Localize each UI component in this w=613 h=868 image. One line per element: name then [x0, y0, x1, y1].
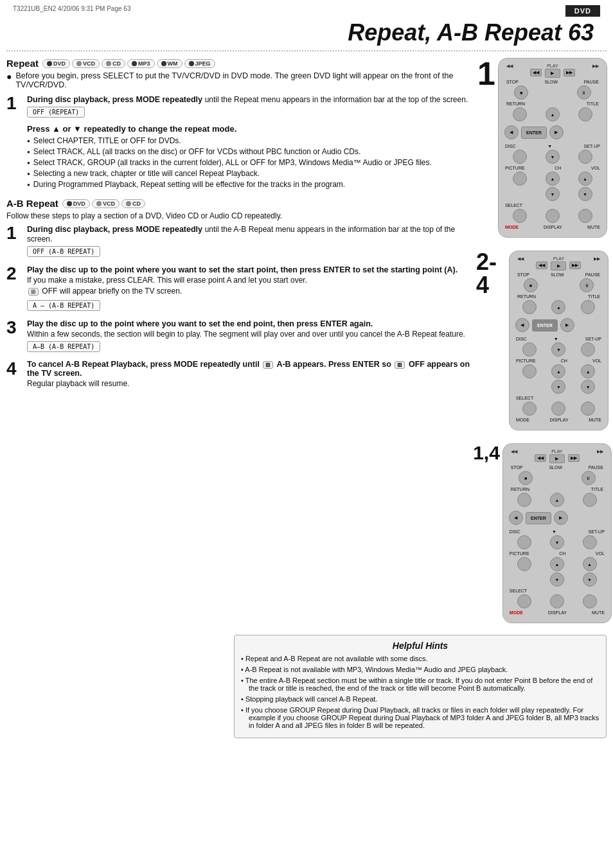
repeat-bullet-5: During Programmed Playback, Repeat setti… — [27, 180, 472, 189]
remote-group-14: 1,4 ◀◀ PLAY ▶▶ ◀◀ ▶ ▶▶ STOP SLOW PAUSE — [473, 443, 612, 623]
badge-vcd: VCD — [72, 59, 100, 68]
remote1-mode-labels: MODE DISPLAY MUTE — [504, 225, 601, 229]
ab-step3-body: Within a few seconds, the section will b… — [27, 330, 472, 339]
remote2-mute-btn — [581, 402, 595, 416]
ab-step1-display: OFF (A-B REPEAT) — [27, 246, 100, 257]
remote2-down-btn: ▼ — [551, 342, 565, 357]
page-title-area: Repeat, A-B Repeat 63 — [6, 17, 607, 51]
remote1-nav-left: ◀ — [504, 125, 519, 139]
hints-section: Helpful Hints Repeat and A-B Repeat are … — [0, 623, 613, 745]
remote2-disc-row: ▼ — [515, 342, 603, 357]
remote2-up-btn: ▲ — [551, 300, 565, 314]
ab-step3-number: 3 — [6, 319, 22, 355]
header-meta: T3221UB_EN2 4/20/06 9:31 PM Page 63 — [13, 5, 130, 12]
remote1-title-btn — [578, 107, 592, 121]
remote3-pic-row: ▲ ▼ ▲ ▼ — [508, 557, 606, 587]
remote2-select-btn — [522, 402, 537, 416]
remote2-vol-dn: ▼ — [581, 380, 595, 394]
right-column: 1 ◀◀ PLAY ▶▶ ◀◀ ▶ ▶▶ STOP SLOW PAUSE — [478, 58, 607, 623]
badge-cd: CD — [102, 59, 125, 68]
ab-badge-cd: CD — [121, 199, 145, 208]
press-instruction: Press ▲ or ▼ repeatedly to change the re… — [27, 124, 472, 134]
remote2-return-btn — [522, 300, 537, 314]
page-title: Repeat, A-B Repeat 63 — [348, 19, 594, 46]
step-indicator-1: 1 — [477, 58, 495, 90]
remote1-ch-dn: ▼ — [546, 187, 560, 201]
step-indicator-24: 2-4 — [476, 251, 506, 297]
remote3-select-label: SELECT — [508, 589, 606, 593]
remote3-ch-dn: ▼ — [550, 572, 564, 587]
remote2-pic-labels: PICTURE CH VOL — [515, 359, 603, 363]
remote2-ch-dn: ▼ — [551, 380, 565, 394]
remote1-enter-btn: ENTER — [521, 127, 547, 139]
remote1-setup-btn — [578, 150, 592, 164]
remote1-display-btn — [546, 209, 560, 223]
remote3-stop-labels: STOP SLOW PAUSE — [508, 465, 606, 470]
ab-step2-body: If you make a mistake, press CLEAR. This… — [27, 276, 472, 285]
remote3-up-btn: ▲ — [550, 493, 564, 507]
remote1-pic-btn — [513, 172, 527, 186]
remote1-play-btn: ▶ — [545, 69, 560, 78]
remote2-enter-btn: ENTER — [532, 319, 558, 332]
remote1-vol-dn: ▼ — [578, 187, 592, 201]
helpful-hints-list: Repeat and A-B Repeat are not available … — [241, 655, 600, 729]
remote1-ff-btn: ▶▶ — [564, 69, 575, 76]
hint-1: Repeat and A-B Repeat are not available … — [241, 655, 600, 662]
ab-step4-number: 4 — [6, 360, 22, 388]
remote3-title-btn — [583, 493, 597, 507]
remote3-stop-btn: ■ — [519, 471, 533, 485]
remote3-mode-label: MODE — [510, 610, 523, 615]
remote3-bottom-row — [508, 594, 606, 608]
remote3-ff-btn: ▶▶ — [568, 454, 580, 462]
remote2-disc-labels: DISC ▼ SET-UP — [515, 337, 603, 341]
main-content: Repeat DVD VCD CD MP3 — [0, 51, 613, 623]
ab-step4: 4 To cancel A-B Repeat Playback, press M… — [6, 360, 472, 388]
ab-step1: 1 During disc playback, press MODE repea… — [6, 224, 472, 260]
ab-step1-content: During disc playback, press MODE repeate… — [27, 224, 472, 260]
hint-4: Stopping playback will cancel A-B Repeat… — [241, 695, 600, 703]
remote3-mode-labels: MODE DISPLAY MUTE — [508, 610, 606, 615]
repeat-bullet-3: Select TRACK, GROUP (all tracks in the c… — [27, 158, 472, 167]
remote1-disc-btn — [513, 150, 527, 164]
ab-step4-note: Regular playback will resume. — [27, 379, 472, 388]
remote1-down-btn: ▼ — [546, 150, 560, 164]
remote1-up-btn: ▲ — [546, 107, 560, 121]
ab-step1-title: During disc playback, press MODE repeate… — [27, 225, 202, 234]
badge-jpeg: JPEG — [184, 59, 215, 68]
remote3-ch-up: ▲ — [550, 557, 564, 571]
remote3-nav: ◀ ENTER ▶ — [508, 509, 606, 527]
remote2-return-row: ▲ — [515, 300, 603, 314]
remote3-rew-btn: ◀◀ — [535, 454, 546, 462]
remote1-nav-right: ▶ — [549, 125, 564, 139]
remote2-disc-btn — [522, 342, 537, 357]
remote-1: ◀◀ PLAY ▶▶ ◀◀ ▶ ▶▶ STOP SLOW PAUSE ■ — [498, 58, 607, 238]
helpful-hints-box: Helpful Hints Repeat and A-B Repeat are … — [234, 635, 607, 738]
remote1-top-labels: ◀◀ PLAY ▶▶ — [504, 64, 601, 69]
remote1-select-btn — [513, 209, 527, 223]
remote3-return-row: ▲ — [508, 493, 606, 507]
page-header: T3221UB_EN2 4/20/06 9:31 PM Page 63 DVD — [0, 0, 613, 17]
remote2-pic-btn — [522, 364, 537, 378]
remote2-return-labels: RETURN TITLE — [515, 294, 603, 299]
remote2-stop-btn: ■ — [524, 278, 538, 292]
remote2-stop-row: ■ ⏸ — [515, 278, 603, 292]
remote1-play-row: ◀◀ ▶ ▶▶ — [504, 69, 601, 78]
remote3-vol-up: ▲ — [583, 557, 597, 571]
repeat-title: Repeat — [6, 58, 39, 69]
remote2-rew-btn: ◀◀ — [536, 261, 547, 269]
remote3-select-btn — [517, 594, 531, 608]
ab-step2-icon: ⊞ — [28, 288, 39, 296]
remote3-setup-btn — [583, 535, 597, 549]
remote3-display-btn — [550, 594, 564, 608]
repeat-step1-content: During disc playback, press MODE repeate… — [27, 94, 472, 191]
remote2-display-btn — [551, 402, 565, 416]
ab-step1-number: 1 — [6, 224, 22, 260]
remote1-return-labels: RETURN TITLE — [504, 102, 601, 106]
ab-badge-dvd: DVD — [62, 199, 90, 208]
ab-step2-title: Play the disc up to the point where you … — [27, 265, 458, 274]
repeat-bullet-1: Select CHAPTER, TITLE or OFF for DVDs. — [27, 136, 472, 145]
remote3-vol-dn: ▼ — [583, 572, 597, 587]
remote2-ch-up: ▲ — [551, 364, 565, 378]
ab-step2-display: A – (A-B REPEAT) — [27, 300, 100, 311]
remote1-pause-btn: ⏸ — [577, 85, 591, 100]
